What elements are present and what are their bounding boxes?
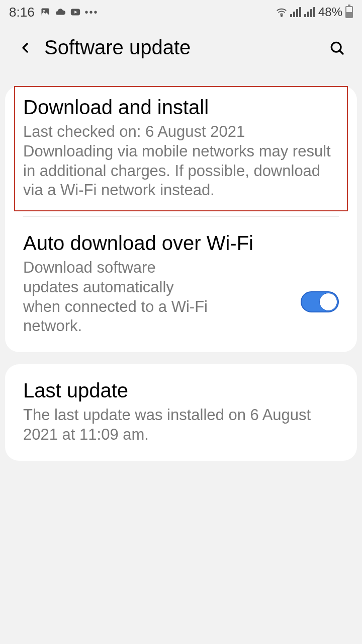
- item-title: Auto download over Wi-Fi: [23, 231, 291, 255]
- battery-icon: [345, 6, 353, 18]
- chevron-left-icon: [17, 40, 33, 56]
- svg-line-5: [339, 50, 343, 54]
- svg-point-3: [281, 15, 283, 17]
- signal-icon-2: [304, 7, 315, 17]
- item-text: Auto download over Wi-Fi Download softwa…: [23, 231, 291, 336]
- auto-download-item[interactable]: Auto download over Wi-Fi Download softwa…: [5, 217, 357, 352]
- search-icon: [329, 40, 345, 56]
- signal-icon: [290, 7, 301, 17]
- item-description: The last update was installed on 6 Augus…: [23, 406, 339, 445]
- app-header: Software update: [0, 22, 362, 79]
- item-title: Download and install: [23, 95, 339, 119]
- battery-percentage: 48%: [318, 5, 342, 19]
- page-title: Software update: [44, 36, 327, 59]
- back-button[interactable]: [15, 38, 35, 58]
- status-bar: 8:16 ••• 48%: [0, 0, 362, 22]
- status-time: 8:16: [9, 5, 35, 20]
- auto-download-toggle[interactable]: [301, 291, 339, 312]
- item-description: Last checked on: 6 August 2021 Downloadi…: [23, 122, 339, 200]
- last-update-item[interactable]: Last update The last update was installe…: [5, 364, 357, 461]
- status-left: 8:16 •••: [9, 5, 99, 20]
- youtube-icon: [70, 7, 81, 18]
- status-notification-icons: •••: [40, 7, 99, 18]
- item-description: Download software updates automatically …: [23, 258, 214, 336]
- settings-card-1: Download and install Last checked on: 6 …: [5, 86, 357, 352]
- more-notifications-icon: •••: [85, 7, 99, 18]
- item-title: Last update: [23, 378, 339, 403]
- wifi-icon: [276, 7, 287, 18]
- search-button[interactable]: [327, 38, 347, 58]
- status-right: 48%: [276, 5, 353, 19]
- download-and-install-item[interactable]: Download and install Last checked on: 6 …: [14, 86, 348, 211]
- toggle-knob: [319, 293, 337, 311]
- gallery-icon: [40, 7, 51, 18]
- settings-card-2: Last update The last update was installe…: [5, 364, 357, 461]
- svg-point-1: [43, 10, 44, 12]
- cloud-icon: [55, 7, 66, 18]
